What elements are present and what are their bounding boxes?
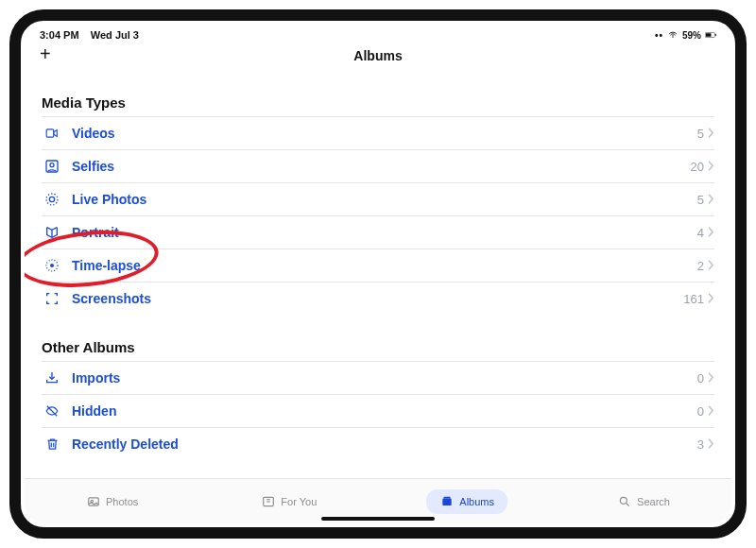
row-portrait[interactable]: Portrait 4 — [42, 215, 714, 248]
row-hidden[interactable]: Hidden 0 — [42, 394, 714, 427]
row-count: 20 — [691, 160, 704, 174]
svg-rect-16 — [444, 496, 451, 498]
row-label: Selfies — [72, 159, 114, 174]
chevron-right-icon — [708, 402, 714, 420]
chevron-right-icon — [708, 290, 714, 307]
svg-rect-15 — [443, 498, 452, 505]
ipad-frame: 3:04 PM Wed Jul 3 •• 59% + Albums Media … — [9, 9, 747, 539]
row-count: 2 — [697, 259, 704, 273]
content-scroll[interactable]: Media Types Videos 5 Selfies 20 — [25, 70, 731, 478]
row-count: 4 — [697, 226, 704, 240]
nav-header: + Albums — [25, 42, 731, 70]
row-label: Recently Deleted — [72, 437, 179, 452]
status-left: 3:04 PM Wed Jul 3 — [40, 29, 139, 41]
row-time-lapse[interactable]: Time-lapse 2 — [42, 248, 714, 282]
add-button[interactable]: + — [40, 45, 51, 62]
svg-point-9 — [50, 264, 54, 267]
row-count: 5 — [697, 127, 704, 141]
row-selfies[interactable]: Selfies 20 — [42, 149, 714, 182]
portrait-icon — [42, 224, 62, 241]
imports-icon — [42, 369, 62, 386]
svg-point-0 — [672, 37, 673, 38]
section-header-other-albums: Other Albums — [42, 315, 714, 361]
row-label: Portrait — [72, 225, 119, 240]
svg-rect-2 — [706, 33, 712, 37]
row-label: Live Photos — [72, 192, 146, 207]
tab-photos[interactable]: Photos — [73, 489, 151, 514]
chevron-right-icon — [708, 158, 714, 175]
status-bar: 3:04 PM Wed Jul 3 •• 59% — [25, 25, 731, 42]
chevron-right-icon — [708, 369, 714, 386]
row-count: 0 — [697, 371, 704, 385]
row-recently-deleted[interactable]: Recently Deleted 3 — [42, 427, 714, 460]
chevron-right-icon — [708, 436, 714, 453]
row-label: Videos — [72, 126, 115, 141]
row-count: 0 — [697, 404, 704, 419]
chevron-right-icon — [708, 257, 714, 274]
row-imports[interactable]: Imports 0 — [42, 361, 714, 394]
svg-point-7 — [49, 197, 54, 201]
chevron-right-icon — [708, 224, 714, 241]
chevron-right-icon — [708, 191, 714, 208]
tab-label: For You — [281, 496, 317, 507]
svg-point-6 — [50, 163, 54, 167]
svg-rect-4 — [46, 129, 54, 137]
nav-title: Albums — [353, 48, 402, 63]
svg-point-8 — [46, 194, 58, 205]
row-label: Time-lapse — [72, 258, 141, 273]
trash-icon — [42, 436, 62, 453]
svg-point-17 — [620, 497, 627, 504]
tab-for-you[interactable]: For You — [248, 489, 330, 514]
row-count: 5 — [697, 193, 704, 207]
row-count: 3 — [697, 437, 704, 452]
wifi-icon — [667, 30, 679, 40]
status-right: •• 59% — [655, 30, 716, 41]
albums-tab-icon — [439, 495, 455, 508]
signal-dots-icon: •• — [655, 30, 663, 41]
battery-icon — [705, 30, 716, 40]
search-tab-icon — [617, 495, 632, 508]
home-indicator[interactable] — [321, 517, 435, 521]
time-lapse-icon — [42, 257, 62, 274]
tab-label: Photos — [106, 496, 138, 507]
row-videos[interactable]: Videos 5 — [42, 116, 714, 149]
row-screenshots[interactable]: Screenshots 161 — [42, 282, 714, 315]
svg-rect-3 — [715, 34, 716, 36]
video-icon — [42, 125, 62, 142]
hidden-icon — [42, 402, 62, 420]
screenshots-icon — [42, 290, 62, 307]
tab-search[interactable]: Search — [604, 489, 683, 514]
section-header-media-types: Media Types — [42, 70, 714, 116]
tab-label: Albums — [459, 496, 494, 507]
screen: 3:04 PM Wed Jul 3 •• 59% + Albums Media … — [25, 25, 731, 523]
tab-albums[interactable]: Albums — [426, 489, 507, 514]
row-label: Screenshots — [72, 291, 151, 306]
row-live-photos[interactable]: Live Photos 5 — [42, 182, 714, 215]
tab-label: Search — [637, 496, 670, 507]
row-label: Hidden — [72, 403, 116, 419]
chevron-right-icon — [708, 125, 714, 142]
tab-bar: Photos For You Albums Search — [25, 478, 731, 523]
selfie-icon — [42, 158, 62, 175]
row-label: Imports — [72, 370, 120, 385]
for-you-tab-icon — [261, 495, 276, 508]
row-count: 161 — [683, 292, 704, 306]
live-photos-icon — [42, 191, 62, 208]
battery-percent: 59% — [682, 30, 701, 41]
status-time: 3:04 PM — [40, 29, 79, 41]
status-date: Wed Jul 3 — [91, 29, 139, 41]
photos-tab-icon — [86, 495, 101, 508]
